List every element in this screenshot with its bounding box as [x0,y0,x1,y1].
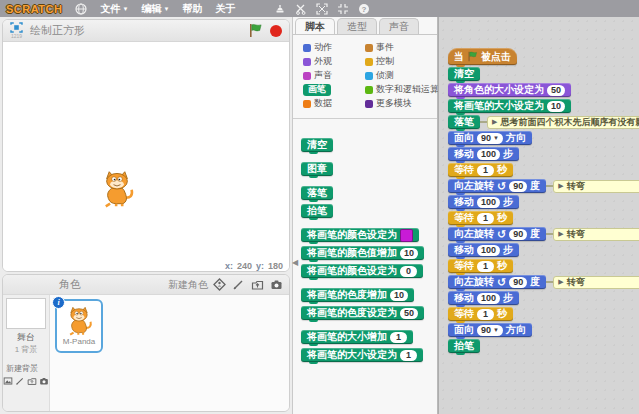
new-sprite-library-icon[interactable] [213,278,226,291]
palette-block[interactable]: 将画笔的颜色值增加10 [301,246,424,260]
script-block[interactable]: 等待1秒 [448,307,513,321]
delete-tool-icon[interactable] [295,3,307,15]
category-sensing[interactable]: 侦测 [365,69,439,82]
menu-about[interactable]: 关于 [215,2,235,16]
number-input[interactable]: 10 [547,101,565,112]
number-input[interactable]: 50 [400,308,418,319]
script-block[interactable]: 向左旋转↺90度 [448,275,546,289]
duplicate-tool-icon[interactable] [274,3,286,15]
script-block[interactable]: 向左旋转↺90度 [448,227,546,241]
sprite-info-badge[interactable]: i [52,296,65,309]
number-input[interactable]: 1 [400,350,417,361]
number-input[interactable]: 10 [390,290,408,301]
block-comment[interactable]: ▶转弯 [553,228,639,241]
category-data[interactable]: 数据 [303,97,365,110]
palette-block[interactable]: 抬笔 [301,204,333,218]
number-input[interactable]: 100 [477,149,500,160]
script-block[interactable]: 面向90▼方向 [448,323,532,337]
stop-button[interactable] [270,25,282,37]
new-backdrop-paint-icon[interactable] [15,376,25,386]
block-comment[interactable]: ▶转弯 [553,180,639,193]
category-looks[interactable]: 外观 [303,55,365,68]
palette-block[interactable]: 将画笔的色度设定为50 [301,306,424,320]
category-motion[interactable]: 动作 [303,41,365,54]
pen-color-swatch[interactable] [400,229,413,242]
category-events[interactable]: 事件 [365,41,439,54]
stage-canvas[interactable]: x: 240 y: 180 [3,42,289,272]
number-input[interactable]: 1 [477,213,494,224]
number-input[interactable]: 100 [477,293,500,304]
palette-block[interactable]: 图章 [301,162,333,176]
category-control[interactable]: 控制 [365,55,439,68]
number-input[interactable]: 100 [477,245,500,256]
number-input[interactable]: 100 [477,197,500,208]
palette-block[interactable]: 将画笔的颜色设定为 [301,228,419,242]
category-operators[interactable]: 数字和逻辑运算 [365,83,439,96]
grow-tool-icon[interactable] [316,3,328,15]
palette-block[interactable]: 将画笔的大小设定为1 [301,348,423,362]
palette-block[interactable]: 将画笔的色度增加10 [301,288,414,302]
category-more[interactable]: 更多模块 [365,97,439,110]
menu-edit[interactable]: 编辑 ▼ [141,2,169,16]
project-title[interactable]: 绘制正方形 [30,23,241,38]
palette-block[interactable]: 清空 [301,138,333,152]
block-help-tool-icon[interactable]: ? [358,3,370,15]
number-input[interactable]: 10 [400,248,418,259]
number-input[interactable]: 50 [547,85,565,96]
scripts-workspace[interactable]: 当被点击清空将角色的大小设定为50将画笔的大小设定为10落笔▶思考前面四个积木先… [438,17,639,414]
script-block[interactable]: 清空 [448,67,480,81]
script-hat-block[interactable]: 当被点击 [448,48,517,65]
script-block[interactable]: 等待1秒 [448,163,513,177]
collapse-divider-icon[interactable]: ◀ [292,258,298,267]
language-globe-icon[interactable] [75,3,87,15]
new-sprite-camera-icon[interactable] [270,278,283,291]
cat-sprite-on-stage[interactable] [98,170,136,208]
palette-block[interactable]: 将画笔的大小增加1 [301,330,413,344]
direction-dropdown[interactable]: 90▼ [477,325,503,336]
category-sound[interactable]: 声音 [303,69,365,82]
number-input[interactable]: 1 [390,332,407,343]
number-input[interactable]: 90 [509,181,527,192]
new-backdrop-upload-icon[interactable] [27,376,37,386]
number-input[interactable]: 90 [509,229,527,240]
script-block[interactable]: 抬笔 [448,339,480,353]
script-block[interactable]: 移动100步 [448,243,519,257]
script-block[interactable]: 等待1秒 [448,259,513,273]
comment-expand-icon[interactable]: ▶ [558,230,563,238]
script-block[interactable]: 等待1秒 [448,211,513,225]
new-sprite-paint-icon[interactable] [232,278,245,291]
script-block[interactable]: 移动100步 [448,147,519,161]
tab-scripts[interactable]: 脚本 [295,18,335,34]
scratch-logo[interactable]: SCRATCH [6,3,62,15]
category-pen[interactable]: 画笔 [303,84,331,96]
menu-file[interactable]: 文件 ▼ [100,2,128,16]
script-block[interactable]: 移动100步 [448,195,519,209]
green-flag-button[interactable] [248,23,263,38]
number-input[interactable]: 1 [477,261,494,272]
palette-block[interactable]: 将画笔的颜色设定为0 [301,264,423,278]
block-comment[interactable]: ▶思考前面四个积木先后顺序有没有影响 [487,116,639,129]
script-block[interactable]: 向左旋转↺90度 [448,179,546,193]
script-block[interactable]: 面向90▼方向 [448,131,532,145]
number-input[interactable]: 90 [509,277,527,288]
script-block[interactable]: 落笔 [448,115,480,129]
comment-expand-icon[interactable]: ▶ [558,182,563,190]
stage-thumbnail[interactable] [6,298,46,329]
fullscreen-toggle[interactable]: 1219 [10,22,23,39]
number-input[interactable]: 1 [477,165,494,176]
script-block[interactable]: 将画笔的大小设定为10 [448,99,571,113]
comment-expand-icon[interactable]: ▶ [558,278,563,286]
number-input[interactable]: 1 [477,309,494,320]
direction-dropdown[interactable]: 90▼ [477,133,503,144]
new-sprite-upload-icon[interactable] [251,278,264,291]
block-comment[interactable]: ▶转弯 [553,276,639,289]
palette-block[interactable]: 落笔 [301,186,333,200]
menu-help[interactable]: 帮助 [182,2,202,16]
comment-expand-icon[interactable]: ▶ [492,118,497,126]
script-block[interactable]: 将角色的大小设定为50 [448,83,571,97]
script-block[interactable]: 移动100步 [448,291,519,305]
sprite-thumbnail-selected[interactable]: i M-Panda [55,299,103,353]
tab-sounds[interactable]: 声音 [379,18,419,34]
shrink-tool-icon[interactable] [337,3,349,15]
number-input[interactable]: 0 [400,266,417,277]
